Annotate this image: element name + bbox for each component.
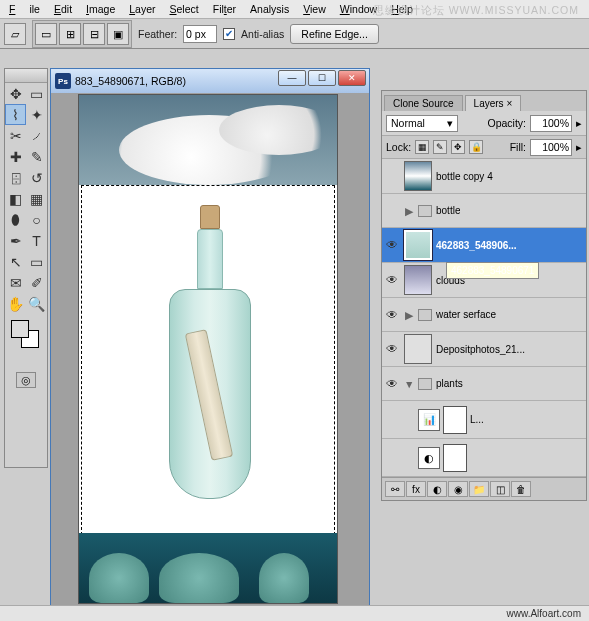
adjustment-layer-row[interactable]: 📊 L... bbox=[382, 401, 586, 439]
foreground-color[interactable] bbox=[11, 320, 29, 338]
lock-all-icon[interactable]: 🔒 bbox=[469, 140, 483, 154]
slice-tool-icon[interactable]: ⟋ bbox=[26, 125, 47, 146]
canvas[interactable] bbox=[78, 94, 338, 604]
stamp-tool-icon[interactable]: ⌹ bbox=[5, 167, 26, 188]
brush-tool-icon[interactable]: ✎ bbox=[26, 146, 47, 167]
layer-row[interactable]: 👁 Depositphotos_21... bbox=[382, 332, 586, 367]
layer-name[interactable]: bottle bbox=[436, 205, 460, 216]
visibility-toggle[interactable]: 👁 bbox=[384, 238, 400, 252]
link-layers-button[interactable]: ⚯ bbox=[385, 481, 405, 497]
layer-row[interactable]: 👁 462883_548906... 462883_54890671 bbox=[382, 228, 586, 263]
visibility-toggle[interactable]: 👁 bbox=[384, 308, 400, 322]
lasso-tool-icon[interactable]: ⌇ bbox=[5, 104, 26, 125]
antialias-checkbox[interactable]: ✔ bbox=[223, 28, 235, 40]
type-tool-icon[interactable]: T bbox=[26, 230, 47, 251]
refine-edge-button[interactable]: Refine Edge... bbox=[290, 24, 379, 44]
eyedrop-tool-icon[interactable]: ✐ bbox=[26, 272, 47, 293]
menu-view[interactable]: View bbox=[296, 1, 333, 17]
gradient-tool-icon[interactable]: ▦ bbox=[26, 188, 47, 209]
tab-layers[interactable]: Layers × bbox=[465, 95, 522, 111]
lock-trans-icon[interactable]: ▦ bbox=[415, 140, 429, 154]
blur-tool-icon[interactable]: ⬮ bbox=[5, 209, 26, 230]
options-bar: ▱ ▭ ⊞ ⊟ ▣ Feather: ✔ Anti-alias Refine E… bbox=[0, 19, 589, 49]
move-tool-icon[interactable]: ✥ bbox=[5, 83, 26, 104]
menu-analysis[interactable]: Analysis bbox=[243, 1, 296, 17]
folder-arrow-icon[interactable]: ▶ bbox=[404, 205, 414, 217]
pen-tool-icon[interactable]: ✒ bbox=[5, 230, 26, 251]
quickmask-button[interactable]: ◎ bbox=[16, 372, 36, 388]
folder-arrow-icon[interactable]: ▶ bbox=[404, 309, 414, 321]
crop-tool-icon[interactable]: ✂ bbox=[5, 125, 26, 146]
fill-input[interactable] bbox=[530, 139, 572, 156]
shape-tool-icon[interactable]: ▭ bbox=[26, 251, 47, 272]
feather-input[interactable] bbox=[183, 25, 217, 43]
menu-select[interactable]: Select bbox=[163, 1, 206, 17]
layers-panel: Clone Source Layers × Normal▾ Opacity: ▸… bbox=[381, 90, 587, 501]
layer-row[interactable]: ▶ bottle bbox=[382, 194, 586, 228]
opacity-input[interactable] bbox=[530, 115, 572, 132]
menu-edit[interactable]: Edit bbox=[47, 1, 79, 17]
layer-mask[interactable] bbox=[443, 406, 467, 434]
intersect-selection-icon[interactable]: ▣ bbox=[107, 23, 129, 45]
layer-name[interactable]: 462883_548906... bbox=[436, 240, 517, 251]
add-selection-icon[interactable]: ⊞ bbox=[59, 23, 81, 45]
tool-preset-icon[interactable]: ▱ bbox=[4, 23, 26, 45]
layer-thumb[interactable] bbox=[404, 334, 432, 364]
path-tool-icon[interactable]: ↖ bbox=[5, 251, 26, 272]
adjustment-layer-row[interactable]: ◐ bbox=[382, 439, 586, 477]
toolbox-header[interactable] bbox=[5, 69, 47, 83]
menu-image[interactable]: Image bbox=[79, 1, 122, 17]
lock-move-icon[interactable]: ✥ bbox=[451, 140, 465, 154]
folder-arrow-icon[interactable]: ▼ bbox=[404, 378, 414, 390]
feather-label: Feather: bbox=[138, 28, 177, 40]
delete-layer-button[interactable]: 🗑 bbox=[511, 481, 531, 497]
sky-region bbox=[79, 95, 337, 185]
maximize-button[interactable]: ☐ bbox=[308, 70, 336, 86]
adj-thumb[interactable]: ◐ bbox=[418, 447, 440, 469]
visibility-toggle[interactable]: 👁 bbox=[384, 377, 400, 391]
visibility-toggle[interactable]: 👁 bbox=[384, 273, 400, 287]
new-layer-button[interactable]: ◫ bbox=[490, 481, 510, 497]
layer-row[interactable]: bottle copy 4 bbox=[382, 159, 586, 194]
sub-selection-icon[interactable]: ⊟ bbox=[83, 23, 105, 45]
layer-name[interactable]: bottle copy 4 bbox=[436, 171, 493, 182]
tab-clone-source[interactable]: Clone Source bbox=[384, 95, 463, 111]
fill-arrow-icon[interactable]: ▸ bbox=[576, 141, 582, 153]
new-group-button[interactable]: 📁 bbox=[469, 481, 489, 497]
new-selection-icon[interactable]: ▭ bbox=[35, 23, 57, 45]
wand-tool-icon[interactable]: ✦ bbox=[26, 104, 47, 125]
layer-name[interactable]: water serface bbox=[436, 309, 496, 320]
lock-paint-icon[interactable]: ✎ bbox=[433, 140, 447, 154]
layer-name[interactable]: Depositphotos_21... bbox=[436, 344, 525, 355]
opacity-arrow-icon[interactable]: ▸ bbox=[576, 117, 582, 129]
adj-thumb[interactable]: 📊 bbox=[418, 409, 440, 431]
hand-tool-icon[interactable]: ✋ bbox=[5, 293, 26, 314]
layer-thumb[interactable] bbox=[404, 230, 432, 260]
heal-tool-icon[interactable]: ✚ bbox=[5, 146, 26, 167]
notes-tool-icon[interactable]: ✉ bbox=[5, 272, 26, 293]
eraser-tool-icon[interactable]: ◧ bbox=[5, 188, 26, 209]
layer-thumb[interactable] bbox=[404, 265, 432, 295]
menu-layer[interactable]: Layer bbox=[122, 1, 162, 17]
layer-name[interactable]: plants bbox=[436, 378, 463, 389]
layer-row[interactable]: 👁 ▼ plants bbox=[382, 367, 586, 401]
minimize-button[interactable]: — bbox=[278, 70, 306, 86]
blend-mode-select[interactable]: Normal▾ bbox=[386, 115, 458, 132]
menu-filter[interactable]: Filter bbox=[206, 1, 243, 17]
visibility-toggle[interactable]: 👁 bbox=[384, 342, 400, 356]
history-brush-icon[interactable]: ↺ bbox=[26, 167, 47, 188]
layer-thumb[interactable] bbox=[404, 161, 432, 191]
dodge-tool-icon[interactable]: ○ bbox=[26, 209, 47, 230]
layer-mask-button[interactable]: ◐ bbox=[427, 481, 447, 497]
close-button[interactable]: ✕ bbox=[338, 70, 366, 86]
layer-name[interactable]: L... bbox=[470, 414, 484, 425]
color-swatches[interactable] bbox=[9, 318, 43, 348]
site-link[interactable]: www.Alfoart.com bbox=[507, 608, 581, 619]
layer-fx-button[interactable]: fx bbox=[406, 481, 426, 497]
adjustment-button[interactable]: ◉ bbox=[448, 481, 468, 497]
zoom-tool-icon[interactable]: 🔍 bbox=[26, 293, 47, 314]
marquee-tool-icon[interactable]: ▭ bbox=[26, 83, 47, 104]
layer-row[interactable]: 👁 ▶ water serface bbox=[382, 298, 586, 332]
menu-file[interactable]: File bbox=[2, 1, 47, 17]
layer-mask[interactable] bbox=[443, 444, 467, 472]
